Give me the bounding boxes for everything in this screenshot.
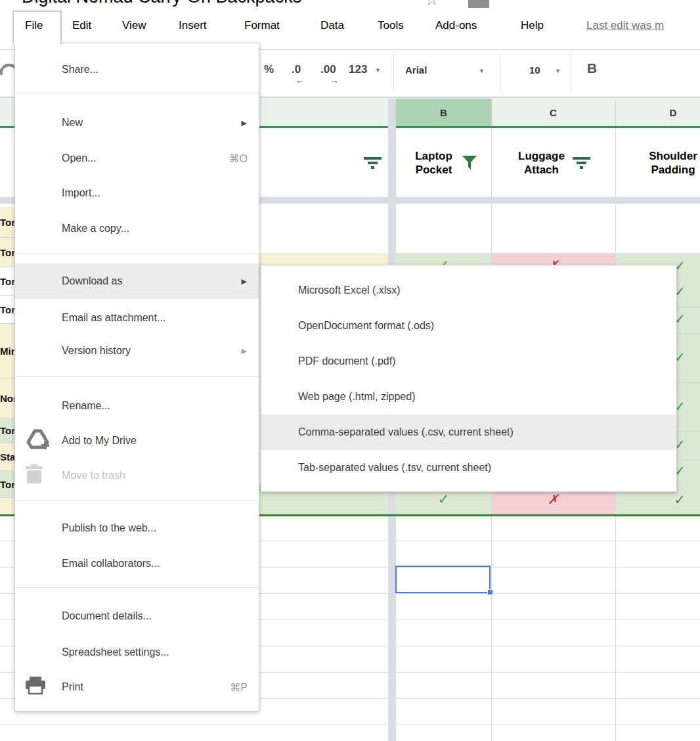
file-menu-item-document-details[interactable]: Document details... xyxy=(15,598,259,634)
file-menu-item-download-as[interactable]: Download as▶ xyxy=(15,263,259,299)
file-menu-item-spreadsheet-settings[interactable]: Spreadsheet settings... xyxy=(15,635,259,670)
menu-shortcut: ⌘P xyxy=(230,681,248,694)
file-menu-item-publish-to-the-web[interactable]: Publish to the web... xyxy=(15,510,259,546)
file-menu-item-label: New xyxy=(62,117,83,129)
column-a-cell-fragment[interactable]: Nor xyxy=(0,379,14,418)
file-menu-item-share[interactable]: Share... xyxy=(15,52,259,87)
file-menu-item-label: Publish to the web... xyxy=(62,522,156,534)
menu-file[interactable]: File xyxy=(12,11,62,44)
submenu-arrow-icon: ▶ xyxy=(242,347,247,355)
file-menu-item-label: Import... xyxy=(62,187,100,199)
submenu-item-opendocument-format-ods[interactable]: OpenDocument format (.ods) xyxy=(261,308,676,344)
column-letter-c[interactable]: C xyxy=(491,107,615,118)
decrease-decimals-button[interactable]: .0 xyxy=(292,63,301,76)
gridline-h xyxy=(0,725,700,725)
column-a-cell-fragment[interactable]: Min xyxy=(0,324,14,379)
submenu-item-pdf-document-pdf[interactable]: PDF document (.pdf) xyxy=(261,344,676,379)
submenu-item-label: PDF document (.pdf) xyxy=(298,355,396,367)
toolbar-separator xyxy=(500,54,500,92)
header-cell-luggage-attach[interactable]: Luggage Attach xyxy=(491,128,615,197)
font-size-select[interactable]: 10 xyxy=(529,64,540,76)
file-menu-item-label: Make a copy... xyxy=(62,223,129,235)
file-menu: Share...New▶Open...⌘OImport...Make a cop… xyxy=(14,43,259,711)
header-label: Laptop Pocket xyxy=(410,149,458,177)
menu-edit[interactable]: Edit xyxy=(72,19,91,32)
format-percent-button[interactable]: % xyxy=(264,63,274,76)
more-formats-caret-icon: ▼ xyxy=(375,67,381,74)
file-menu-item-add-to-my-drive[interactable]: Add to My Drive xyxy=(15,423,259,459)
menu-tools[interactable]: Tools xyxy=(378,19,404,32)
menu-file-label: File xyxy=(25,19,43,32)
bold-button[interactable]: B xyxy=(587,60,597,76)
x-mark: ✗ xyxy=(548,491,559,507)
file-menu-item-label: Version history xyxy=(62,345,131,357)
font-family-select[interactable]: Arial xyxy=(405,64,427,76)
google-sheets-window: Digital Nomad Carry-On Backpacks ☆ File … xyxy=(0,0,700,741)
menu-format[interactable]: Format xyxy=(244,19,280,32)
download-as-submenu: Microsoft Excel (.xlsx)OpenDocument form… xyxy=(261,265,677,492)
column-letter-b[interactable]: B xyxy=(396,107,491,118)
undo-icon-partial[interactable] xyxy=(0,59,16,78)
file-menu-item-rename[interactable]: Rename... xyxy=(15,388,259,424)
filter-bars-icon[interactable] xyxy=(363,156,383,170)
selection-fill-handle[interactable] xyxy=(487,589,493,595)
filter-bars-icon[interactable] xyxy=(572,156,592,170)
file-menu-item-label: Add to My Drive xyxy=(62,435,137,447)
menu-separator xyxy=(15,376,259,377)
file-menu-item-open[interactable]: Open...⌘O xyxy=(15,141,259,176)
header-cell-laptop-pocket[interactable]: Laptop Pocket xyxy=(396,128,491,197)
selected-cell[interactable] xyxy=(395,566,491,593)
submenu-item-web-page-html-zipped[interactable]: Web page (.html, zipped) xyxy=(261,379,676,415)
file-menu-item-email-collaborators[interactable]: Email collaborators... xyxy=(15,546,259,581)
more-formats-button[interactable]: 123 xyxy=(349,63,367,76)
header-label: Shoulder Padding xyxy=(644,149,700,177)
print-icon xyxy=(26,677,45,698)
column-a-cell-fragment[interactable]: Tor xyxy=(0,471,14,498)
submenu-item-tab-separated-values-tsv-current-sheet[interactable]: Tab-separated values (.tsv, current shee… xyxy=(261,450,676,485)
document-title[interactable]: Digital Nomad Carry-On Backpacks xyxy=(22,0,301,7)
submenu-item-microsoft-excel-xlsx[interactable]: Microsoft Excel (.xlsx) xyxy=(261,273,676,308)
move-folder-icon[interactable] xyxy=(468,0,490,9)
file-menu-item-new[interactable]: New▶ xyxy=(15,105,259,141)
drive-add-icon xyxy=(26,429,49,453)
toolbar-separator xyxy=(393,54,394,92)
menu-insert[interactable]: Insert xyxy=(179,19,207,32)
submenu-item-label: Comma-separated values (.csv, current sh… xyxy=(298,426,514,438)
submenu-item-comma-separated-values-csv-current-sheet[interactable]: Comma-separated values (.csv, current sh… xyxy=(261,415,676,450)
decrease-decimals-arrow-icon: ← xyxy=(295,75,305,85)
header-cell-a[interactable] xyxy=(259,128,388,197)
column-letter-d[interactable]: D xyxy=(615,107,700,118)
file-menu-item-label: Print xyxy=(62,681,83,693)
column-a-cell-fragment[interactable] xyxy=(0,498,14,514)
file-menu-item-print[interactable]: Print⌘P xyxy=(15,669,259,705)
menu-view[interactable]: View xyxy=(122,19,146,32)
header-cell-shoulder-padding[interactable]: Shoulder Padding xyxy=(615,128,700,197)
toolbar-separator xyxy=(571,54,571,92)
column-a-cell-fragment[interactable]: Tor xyxy=(0,418,14,443)
menu-add-ons[interactable]: Add-ons xyxy=(435,19,477,32)
file-menu-item-import[interactable]: Import... xyxy=(15,175,259,211)
filter-funnel-icon[interactable] xyxy=(462,155,477,170)
menu-separator xyxy=(15,254,259,254)
file-menu-item-make-a-copy[interactable]: Make a copy... xyxy=(15,211,259,246)
file-menu-item-label: Rename... xyxy=(62,400,110,412)
increase-decimals-button[interactable]: .00 xyxy=(320,63,336,76)
menu-data[interactable]: Data xyxy=(320,19,344,32)
menu-help[interactable]: Help xyxy=(521,19,544,32)
file-menu-item-email-as-attachment[interactable]: Email as attachment... xyxy=(15,300,259,336)
file-menu-item-label: Move to trash xyxy=(62,470,125,482)
menu-separator xyxy=(15,93,259,93)
last-edit-link[interactable]: Last edit was m xyxy=(586,19,700,32)
document-title-row: Digital Nomad Carry-On Backpacks ☆ xyxy=(0,0,700,10)
column-a-cell-fragment[interactable]: Tor xyxy=(0,238,14,267)
column-a-cell-fragment[interactable]: Sta xyxy=(0,443,14,471)
file-menu-item-label: Email collaborators... xyxy=(62,558,160,570)
column-a-cell-fragment[interactable]: Tor xyxy=(0,267,14,296)
checkmark: ✓ xyxy=(438,491,450,507)
column-a-cell-fragment[interactable]: Tor xyxy=(0,296,14,324)
font-family-caret-icon: ▼ xyxy=(479,68,485,74)
column-a-cell-fragment[interactable]: Tor xyxy=(0,207,14,238)
star-icon[interactable]: ☆ xyxy=(424,0,439,10)
file-menu-item-version-history[interactable]: Version history▶ xyxy=(15,333,259,369)
file-menu-item-label: Email as attachment... xyxy=(62,312,165,324)
